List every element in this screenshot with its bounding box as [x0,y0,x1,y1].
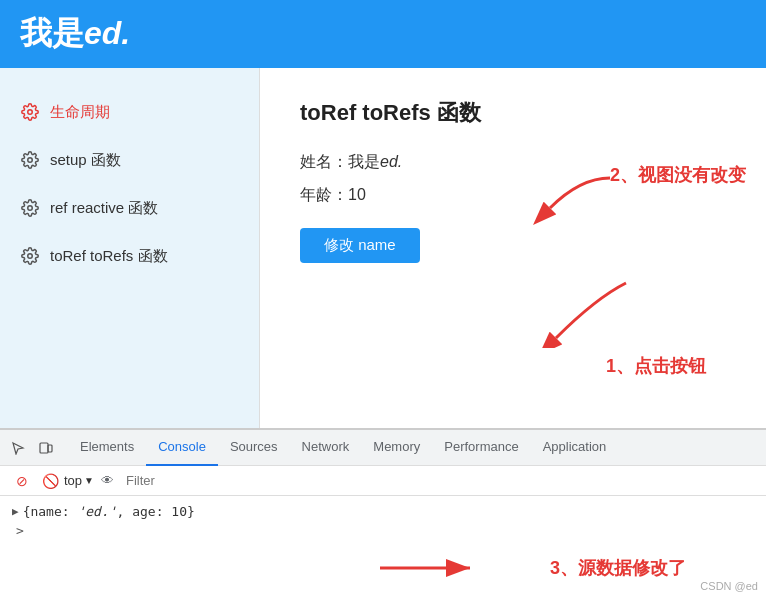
svg-point-3 [28,254,33,259]
content-age-row: 年龄：10 [300,185,726,206]
sidebar-item-toref-torefs-label: toRef toRefs 函数 [50,247,168,266]
svg-point-2 [28,206,33,211]
stop-icon-button[interactable]: ⊘ [8,467,36,495]
svg-rect-7 [48,445,52,452]
device-icon [39,441,53,455]
tab-application-label: Application [543,439,607,454]
tab-console[interactable]: Console [146,430,218,466]
annotation-2-text: 2、视图没有改变 [610,163,746,187]
tab-performance-label: Performance [444,439,518,454]
tab-elements-label: Elements [80,439,134,454]
brand-text: CSDN @ed [700,580,758,592]
devtools-toolbar: ⊘ 🚫 top ▼ 👁 [0,466,766,496]
console-expand-arrow: ▶ [12,505,19,518]
devtools-console: ▶ {name: 'ed.', age: 10} > [0,496,766,546]
gear-icon-ref-reactive [20,198,40,218]
cursor-icon-button[interactable] [4,434,32,462]
tab-console-label: Console [158,439,206,454]
gear-icon-setup [20,150,40,170]
console-output-text: {name: 'ed.', age: 10} [23,504,195,519]
top-dropdown-icon: ▼ [84,475,94,486]
svg-rect-6 [40,443,48,453]
svg-point-0 [28,110,33,115]
devtools-tab-icons-group [4,434,60,462]
sidebar-item-toref-torefs[interactable]: toRef toRefs 函数 [0,232,259,280]
annotation-1-text: 1、点击按钮 [606,354,706,378]
tab-application[interactable]: Application [531,430,619,466]
tab-network[interactable]: Network [290,430,362,466]
eye-icon-button[interactable]: 👁 [98,471,118,491]
annotation-3-area: 3、源数据修改了 [550,556,686,580]
arrow-1-svg [516,278,636,348]
header-title-prefix: 我是 [20,15,84,51]
sidebar-item-lifecycle-label: 生命周期 [50,103,110,122]
sidebar-item-ref-reactive-label: ref reactive 函数 [50,199,158,218]
sidebar-item-setup-label: setup 函数 [50,151,121,170]
tab-performance[interactable]: Performance [432,430,530,466]
tab-sources-label: Sources [230,439,278,454]
main-area: 生命周期 setup 函数 ref reactive 函数 [0,68,766,428]
top-label: top [64,473,82,488]
sidebar-item-setup[interactable]: setup 函数 [0,136,259,184]
modify-name-button[interactable]: 修改 name [300,228,420,263]
gear-icon-toref-torefs [20,246,40,266]
age-label: 年龄： [300,186,348,203]
content-title: toRef toRefs 函数 [300,98,726,128]
app-header: 我是ed. [0,0,766,68]
filter-input[interactable] [126,473,758,488]
tab-sources[interactable]: Sources [218,430,290,466]
devtools-content: Elements Console Sources Network Memory … [0,428,766,596]
arrow-2-svg [520,168,620,228]
devtools-tabs-bar: Elements Console Sources Network Memory … [0,430,766,466]
annotation-3-text: 3、源数据修改了 [550,556,686,580]
device-icon-button[interactable] [32,434,60,462]
console-caret: > [12,521,754,540]
sidebar-item-lifecycle[interactable]: 生命周期 [0,88,259,136]
tab-network-label: Network [302,439,350,454]
devtools-panel: Elements Console Sources Network Memory … [0,428,766,596]
header-title: 我是ed. [20,12,130,56]
clear-icon-button[interactable]: 🚫 [36,467,64,495]
sidebar: 生命周期 setup 函数 ref reactive 函数 [0,68,260,428]
cursor-icon [11,441,25,455]
header-title-italic: ed. [84,15,130,51]
arrow-3-svg [370,553,490,583]
console-line-1[interactable]: ▶ {name: 'ed.', age: 10} [12,502,754,521]
tab-elements[interactable]: Elements [68,430,146,466]
top-selector[interactable]: top ▼ [64,473,94,488]
tab-memory-label: Memory [373,439,420,454]
gear-icon-lifecycle [20,102,40,122]
age-value: 10 [348,186,366,203]
svg-point-1 [28,158,33,163]
sidebar-item-ref-reactive[interactable]: ref reactive 函数 [0,184,259,232]
tab-memory[interactable]: Memory [361,430,432,466]
content-area: toRef toRefs 函数 姓名：我是ed. 年龄：10 修改 name 2… [260,68,766,428]
